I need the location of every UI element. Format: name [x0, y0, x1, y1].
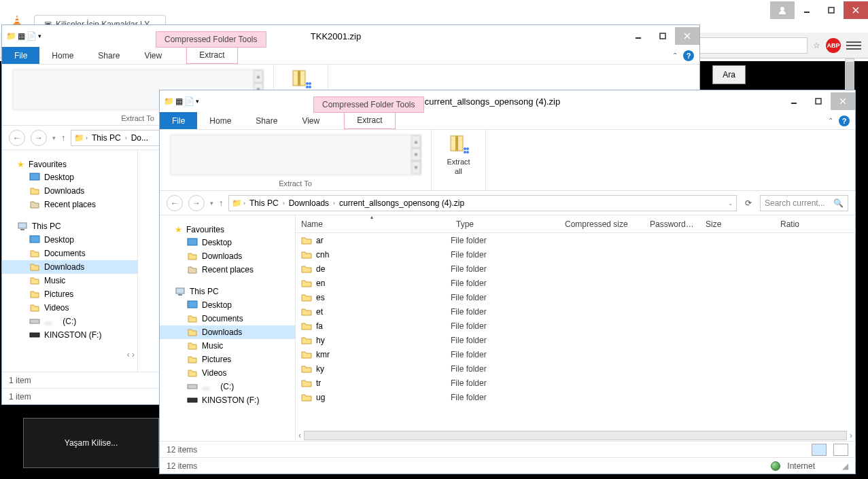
- browser-menu-icon[interactable]: [846, 41, 861, 50]
- hscroll-left-icon[interactable]: ‹: [296, 431, 304, 440]
- nav-favourites[interactable]: ★Favourites: [2, 158, 137, 171]
- qat-dropdown-icon[interactable]: ▾: [196, 98, 199, 105]
- resize-grip-icon[interactable]: ◢: [842, 461, 848, 471]
- win1-tab-home[interactable]: Home: [39, 47, 86, 64]
- qat-dropdown-icon[interactable]: ▾: [38, 33, 41, 39]
- nav2-favourites[interactable]: ★Favourites: [160, 224, 295, 236]
- breadcrumb-dropdown-icon[interactable]: ⌄: [728, 200, 733, 207]
- help-icon[interactable]: ?: [683, 50, 694, 61]
- col-size[interactable]: Size: [700, 219, 775, 229]
- win2-pin-gallery[interactable]: ▴▾▾: [170, 135, 421, 175]
- table-row[interactable]: trFile folder: [296, 376, 855, 390]
- win2-tab-home[interactable]: Home: [197, 112, 243, 129]
- hscrollbar[interactable]: [304, 431, 847, 440]
- nav2-pc-kingston[interactable]: KINGSTON (F:): [160, 393, 295, 407]
- abp-icon[interactable]: ABP: [826, 38, 841, 53]
- history-dropdown-icon[interactable]: ▾: [52, 135, 56, 141]
- context-tab-1[interactable]: Compressed Folder Tools: [156, 31, 266, 48]
- win1-close-button[interactable]: [675, 27, 699, 45]
- table-row[interactable]: enFile folder: [296, 276, 855, 290]
- nav2-pc-videos[interactable]: Videos: [160, 366, 295, 380]
- nav-pc-desktop[interactable]: Desktop: [2, 233, 137, 247]
- win2-back-button[interactable]: ←: [167, 195, 183, 211]
- nav-pc-documents[interactable]: Documents: [2, 247, 137, 260]
- win2-tab-file[interactable]: File: [160, 112, 197, 129]
- icons-view-button[interactable]: [833, 444, 848, 456]
- up-one-level-icon[interactable]: ↑: [61, 133, 65, 143]
- browser-minimize-button[interactable]: [795, 1, 819, 19]
- win2-maximize-button[interactable]: [806, 92, 831, 110]
- nav2-fav-desktop[interactable]: Desktop: [160, 236, 295, 249]
- win1-forward-button[interactable]: →: [31, 130, 47, 146]
- nav-thispc[interactable]: This PC: [2, 219, 137, 233]
- win1-minimize-button[interactable]: [626, 27, 650, 45]
- browser-maximize-button[interactable]: [819, 1, 844, 19]
- browser-close-button[interactable]: [844, 1, 868, 19]
- nav-pc-kingston[interactable]: KINGSTON (F:): [2, 328, 137, 342]
- nav-scroll-right[interactable]: ›: [132, 350, 135, 359]
- nav2-fav-recent[interactable]: Recent places: [160, 263, 295, 277]
- table-row[interactable]: etFile folder: [296, 304, 855, 319]
- help-icon[interactable]: ?: [839, 116, 850, 126]
- nav-pc-cdrive[interactable]: … (C:): [2, 315, 137, 328]
- qat-newfolder-icon[interactable]: 📄: [27, 31, 37, 41]
- refresh-icon[interactable]: ⟳: [745, 198, 752, 208]
- bc-thispc[interactable]: This PC: [247, 198, 281, 208]
- collapse-ribbon-icon[interactable]: ⌃: [672, 52, 678, 59]
- nav-pc-music[interactable]: Music: [2, 274, 137, 287]
- table-row[interactable]: deFile folder: [296, 262, 855, 276]
- nav2-fav-downloads[interactable]: Downloads: [160, 249, 295, 263]
- nav2-pc-pictures[interactable]: Pictures: [160, 353, 295, 366]
- up-one-level-icon[interactable]: ↑: [219, 198, 223, 208]
- win1-tab-view[interactable]: View: [132, 47, 174, 64]
- win2-minimize-button[interactable]: [782, 92, 806, 110]
- col-csize[interactable]: Compressed size: [559, 219, 644, 229]
- nav2-pc-documents[interactable]: Documents: [160, 312, 295, 325]
- collapse-ribbon-icon[interactable]: ⌃: [828, 117, 833, 124]
- qat-properties-icon[interactable]: ▦: [18, 31, 25, 41]
- hscroll-right-icon[interactable]: ›: [847, 431, 855, 440]
- win2-close-button[interactable]: [831, 92, 855, 110]
- win2-breadcrumb[interactable]: 📁› This PC› Downloads› current_allsongs_…: [228, 195, 737, 211]
- nav2-thispc[interactable]: This PC: [160, 285, 295, 298]
- win1-tab-file[interactable]: File: [2, 47, 39, 64]
- table-row[interactable]: kyFile folder: [296, 361, 855, 376]
- win2-tab-view[interactable]: View: [290, 112, 332, 129]
- search-button[interactable]: Ara: [712, 65, 746, 84]
- table-row[interactable]: kmrFile folder: [296, 347, 855, 361]
- table-row[interactable]: ugFile folder: [296, 390, 855, 404]
- col-type[interactable]: Type: [451, 219, 559, 229]
- win1-maximize-button[interactable]: [650, 27, 675, 45]
- bc-zipfile[interactable]: current_allsongs_opensong (4).zip: [336, 198, 467, 208]
- nav2-pc-downloads[interactable]: Downloads: [160, 325, 295, 339]
- table-row[interactable]: faFile folder: [296, 319, 855, 333]
- bc-downloads[interactable]: Downloads: [286, 198, 332, 208]
- nav-pc-downloads[interactable]: Downloads: [2, 260, 137, 274]
- col-password[interactable]: Password ...: [644, 219, 700, 229]
- nav-recent[interactable]: Recent places: [2, 198, 137, 211]
- qat-newfolder-icon[interactable]: 📄: [184, 96, 194, 106]
- nav-pc-videos[interactable]: Videos: [2, 301, 137, 315]
- nav-downloads[interactable]: Downloads: [2, 184, 137, 198]
- table-row[interactable]: hyFile folder: [296, 333, 855, 347]
- bc-thispc[interactable]: This PC: [89, 133, 124, 143]
- nav2-pc-music[interactable]: Music: [160, 339, 295, 353]
- table-row[interactable]: arFile folder: [296, 233, 855, 247]
- win2-tab-extract[interactable]: Extract: [344, 112, 395, 129]
- col-ratio[interactable]: Ratio: [775, 219, 805, 229]
- win1-back-button[interactable]: ←: [9, 130, 25, 146]
- video-thumbnail[interactable]: Yaşam Kilise...: [23, 418, 159, 468]
- history-dropdown-icon[interactable]: ▾: [210, 200, 213, 207]
- table-row[interactable]: esFile folder: [296, 290, 855, 304]
- nav-desktop[interactable]: Desktop: [2, 171, 137, 184]
- bookmark-star-icon[interactable]: ☆: [813, 41, 820, 50]
- nav-scroll-left[interactable]: ‹: [127, 350, 130, 359]
- win1-tab-extract[interactable]: Extract: [186, 47, 237, 64]
- details-view-button[interactable]: [812, 444, 827, 456]
- bc-downloads-trunc[interactable]: Do...: [128, 133, 151, 143]
- table-row[interactable]: cnhFile folder: [296, 247, 855, 262]
- column-headers[interactable]: ▴ Name Type Compressed size Password ...…: [296, 215, 855, 233]
- nav2-pc-desktop[interactable]: Desktop: [160, 298, 295, 312]
- nav2-pc-cdrive[interactable]: … (C:): [160, 380, 295, 393]
- col-name[interactable]: Name: [296, 219, 451, 229]
